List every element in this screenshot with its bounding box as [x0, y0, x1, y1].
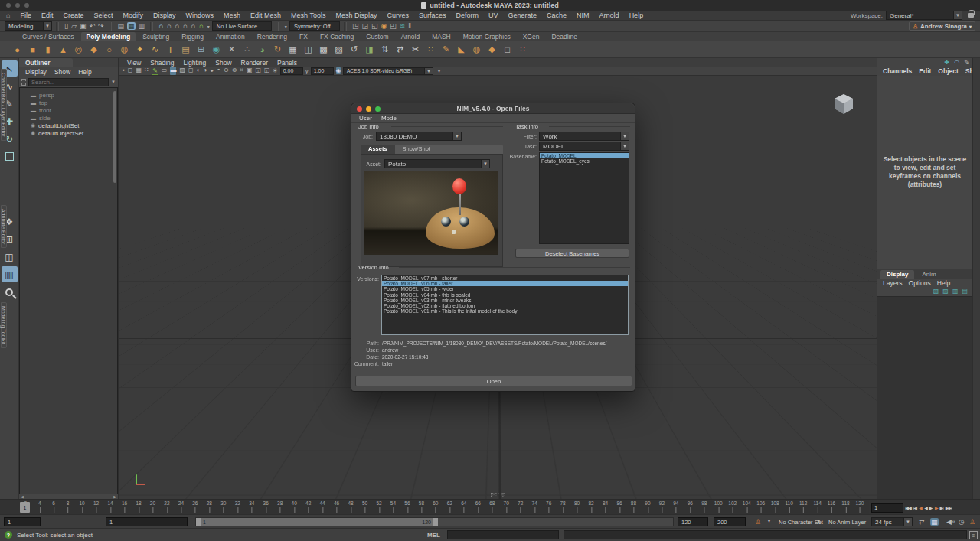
- poly-disc-icon[interactable]: ○: [103, 43, 116, 56]
- version-item[interactable]: Potato_MODEL_v03.mb - minor tweaks: [382, 298, 628, 303]
- camera-lock-icon[interactable]: ▪: [122, 67, 125, 75]
- task-dropdown[interactable]: MODEL ▼: [539, 142, 629, 151]
- snap-grid-icon[interactable]: ∩: [158, 22, 163, 30]
- layer-move-up-icon[interactable]: ▧: [933, 288, 939, 296]
- viewport-menu-item[interactable]: Shading: [150, 59, 174, 67]
- render-current-frame-icon[interactable]: ◳: [352, 22, 359, 30]
- menu-item[interactable]: Mesh Tools: [291, 11, 325, 19]
- version-item[interactable]: Potato_MODEL_v01.mb - This is the inital…: [382, 308, 628, 314]
- snap-whole-frames-icon[interactable]: ▦: [930, 518, 939, 526]
- separate-icon[interactable]: ◫: [302, 43, 315, 56]
- poly-torus-icon[interactable]: ◎: [72, 43, 85, 56]
- version-item[interactable]: Potato_MODEL_v06.mb - taller: [382, 281, 628, 286]
- menu-item[interactable]: Curves: [387, 11, 409, 19]
- ssao-icon[interactable]: ◒: [210, 67, 214, 75]
- menu-item[interactable]: Deform: [456, 11, 479, 19]
- bevel-icon[interactable]: ◣: [455, 43, 468, 56]
- menu-item[interactable]: Create: [63, 11, 83, 19]
- asset-dropdown[interactable]: Potato ▼: [384, 159, 490, 168]
- smooth-shade-mode-icon[interactable]: ▬: [170, 67, 176, 75]
- menu-item[interactable]: Windows: [186, 11, 214, 19]
- outliner-item-defaultobjectset[interactable]: ◉ defaultObjectSet: [31, 129, 117, 137]
- shelf-tab[interactable]: Arnold: [396, 32, 426, 41]
- outliner-panel-tab[interactable]: Outliner: [19, 58, 73, 67]
- menu-item[interactable]: Surfaces: [419, 11, 446, 19]
- dialog-tab[interactable]: Assets: [361, 145, 395, 154]
- fps-dropdown[interactable]: 24 fps ▼: [871, 517, 913, 526]
- go-to-start-button[interactable]: |◀◀: [905, 505, 911, 510]
- two-pane-layout-icon[interactable]: ◫: [2, 249, 18, 265]
- workspace-dropdown[interactable]: General* ▼: [886, 11, 962, 20]
- soft-select-icon[interactable]: ◕: [256, 43, 269, 56]
- outliner-item-defaultlightset[interactable]: ◉ defaultLightSet: [31, 122, 117, 129]
- character-key-icon[interactable]: ♙: [755, 518, 761, 526]
- step-fwd-key-button[interactable]: |▶: [934, 505, 937, 510]
- range-end-handle[interactable]: [433, 518, 438, 526]
- version-item[interactable]: Potato_MODEL_v05.mb - wider: [382, 286, 628, 292]
- current-frame-marker[interactable]: 1: [20, 502, 30, 513]
- platonic-solid-icon[interactable]: ◍: [118, 43, 131, 56]
- resolution-gate-icon[interactable]: ◱: [255, 67, 261, 75]
- layer-editor-menu-item[interactable]: Layers: [883, 279, 903, 287]
- version-item[interactable]: Potato_MODEL_v07.mb - shorter: [382, 275, 628, 281]
- xray-joints-icon[interactable]: ⊛: [232, 67, 237, 75]
- divider[interactable]: [276, 22, 279, 31]
- shelf-tab[interactable]: MASH: [426, 32, 456, 41]
- divider[interactable]: [56, 22, 59, 31]
- go-to-end-button[interactable]: ▶▶|: [946, 505, 952, 510]
- persp-outliner-layout-icon[interactable]: ▥: [2, 266, 18, 282]
- render-settings-icon[interactable]: ◰: [390, 22, 397, 30]
- layer-editor-tab[interactable]: Display: [880, 270, 914, 279]
- boolean-difference-icon[interactable]: ▨: [332, 43, 345, 56]
- outliner-item-front[interactable]: ▬ front: [31, 106, 117, 114]
- layer-editor-menu-item[interactable]: Help: [937, 279, 950, 287]
- range-slider-bar-handle[interactable]: 1 120: [196, 518, 438, 526]
- tab-modeling-toolkit[interactable]: Modeling Toolkit: [1, 302, 7, 348]
- select-object-icon[interactable]: ▦: [127, 22, 136, 30]
- view-cube[interactable]: [832, 93, 855, 116]
- gamma-icon[interactable]: γ: [305, 67, 309, 74]
- outliner-menu-item[interactable]: Help: [78, 68, 91, 76]
- maximize-icon[interactable]: [375, 106, 381, 112]
- image-plane-icon[interactable]: ▦: [136, 67, 142, 75]
- undo-icon[interactable]: ↶: [89, 22, 95, 30]
- lighting-all-icon[interactable]: ◐: [197, 67, 201, 75]
- menu-item[interactable]: File: [20, 11, 31, 19]
- pause-viewport-icon[interactable]: ‖: [408, 22, 411, 30]
- axis-orient-icon[interactable]: ∴: [240, 43, 253, 56]
- light-editor-icon[interactable]: ≋: [400, 22, 406, 30]
- menu-item[interactable]: Edit: [41, 11, 54, 19]
- play-backwards-button[interactable]: ◀: [924, 505, 927, 510]
- outliner-item-persp[interactable]: ▬ persp: [31, 91, 117, 99]
- menu-item[interactable]: Display: [153, 11, 176, 19]
- type-tool-icon[interactable]: ▤: [179, 43, 192, 56]
- anim-curve-icon[interactable]: ◠: [954, 59, 959, 67]
- snap-point-icon[interactable]: ∩: [175, 22, 179, 30]
- playback-loop-icon[interactable]: ⇄: [919, 518, 925, 526]
- mute-audio-icon[interactable]: ◀»: [946, 518, 956, 526]
- outliner-item-side[interactable]: ▬ side: [31, 114, 117, 122]
- poly-sphere-icon[interactable]: ●: [11, 43, 24, 56]
- falloff-icon[interactable]: ↻: [271, 43, 284, 56]
- range-start-handle[interactable]: [196, 518, 201, 526]
- layer-move-down-icon[interactable]: ▨: [942, 288, 949, 296]
- shelf-tab[interactable]: FX: [294, 32, 313, 41]
- playback-end-field[interactable]: 120: [678, 517, 708, 526]
- range-slider-track[interactable]: 1 120: [195, 517, 674, 526]
- job-dropdown[interactable]: 18080 DEMO ▼: [376, 132, 462, 141]
- quad-draw-icon[interactable]: ✎: [439, 43, 452, 56]
- snap-projected-center-icon[interactable]: ∩: [182, 22, 187, 30]
- deselect-basenames-button[interactable]: Deselect Basenames: [515, 249, 629, 258]
- lattice-icon[interactable]: □: [501, 43, 514, 56]
- workspace-lock-icon[interactable]: [968, 13, 974, 18]
- shelf-tab[interactable]: Curves / Surfaces: [17, 32, 80, 41]
- command-result-field[interactable]: [564, 530, 967, 539]
- isolate-select-icon[interactable]: ⌗: [240, 67, 243, 75]
- open-button[interactable]: Open: [355, 376, 632, 386]
- menu-item[interactable]: Edit Mesh: [250, 11, 281, 19]
- extrude-icon[interactable]: ⇅: [378, 43, 391, 56]
- maximize-window-icon[interactable]: [24, 3, 29, 8]
- chevron-down-icon[interactable]: ▾: [285, 24, 287, 29]
- zoom-tool-icon[interactable]: [2, 284, 18, 300]
- time-ruler[interactable]: 2468101214161820222426283032343638404244…: [0, 500, 869, 514]
